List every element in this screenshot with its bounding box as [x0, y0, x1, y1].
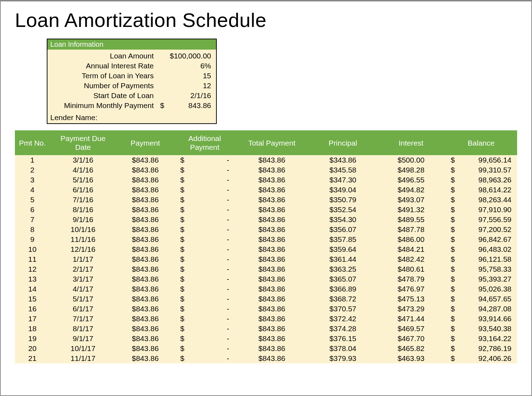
currency-symbol: $ — [449, 255, 455, 264]
cell-interest: $467.70 — [377, 334, 445, 344]
cell-payment: $843.86 — [116, 274, 175, 284]
cell-balance-split: $95,026.38 — [449, 285, 514, 293]
cell-balance: $98,963.26 — [445, 175, 517, 185]
currency-value: 843.86 — [188, 101, 211, 110]
lender-name-row: Lender Name: — [47, 112, 216, 123]
loan-info-value: 15 — [160, 72, 213, 80]
cell-payment: $843.86 — [116, 155, 175, 165]
cell-principal: $370.57 — [309, 304, 377, 314]
currency-symbol: $ — [178, 186, 185, 194]
cell-due-date: 4/1/16 — [50, 165, 116, 175]
currency-symbol: $ — [449, 295, 455, 303]
table-row: 24/1/16$843.86$-$843.86$345.58$498.28$99… — [15, 165, 517, 175]
cell-principal: $345.58 — [309, 165, 377, 175]
loan-info-row: Minimum Monthly Payment$843.86 — [47, 101, 216, 111]
cell-interest: $476.97 — [377, 284, 445, 294]
currency-symbol: $ — [178, 166, 185, 174]
cell-additional-split: $- — [178, 235, 231, 244]
cell-balance: $96,483.02 — [445, 244, 517, 254]
cell-principal: $379.93 — [309, 353, 377, 363]
cell-pmt-no: 16 — [15, 304, 50, 314]
cell-principal: $374.28 — [309, 324, 377, 334]
cell-additional-split: $- — [178, 334, 231, 343]
currency-value: 96,842.67 — [479, 235, 514, 244]
currency-value: - — [227, 285, 231, 293]
cell-additional-split: $- — [178, 344, 231, 353]
cell-interest: $500.00 — [377, 155, 445, 165]
cell-pmt-no: 5 — [15, 195, 50, 205]
currency-symbol: $ — [449, 245, 455, 254]
cell-due-date: 5/1/16 — [50, 175, 116, 185]
currency-symbol: $ — [178, 265, 185, 273]
currency-value: 98,963.26 — [479, 176, 514, 184]
cell-due-date: 5/1/17 — [50, 294, 116, 304]
table-row: 122/1/17$843.86$-$843.86$363.25$480.61$9… — [15, 264, 517, 274]
cell-total: $843.86 — [235, 334, 309, 344]
currency-value: 92,406.26 — [479, 354, 514, 363]
cell-additional: $- — [175, 195, 235, 205]
loan-info-value: 2/1/16 — [160, 91, 213, 100]
cell-balance-split: $98,263.44 — [449, 196, 514, 204]
cell-additional-split: $- — [178, 245, 231, 254]
cell-additional-split: $- — [178, 156, 231, 164]
cell-pmt-no: 8 — [15, 225, 50, 234]
cell-additional-split: $- — [178, 166, 231, 174]
cell-additional: $- — [175, 254, 235, 264]
currency-symbol: $ — [160, 101, 164, 110]
loan-info-row: Term of Loan in Years15 — [47, 71, 216, 81]
currency-value: - — [227, 215, 231, 224]
cell-additional: $- — [175, 205, 235, 215]
currency-symbol: $ — [449, 334, 455, 343]
cell-payment: $843.86 — [116, 294, 175, 304]
loan-info-body: Loan Amount$100,000.00Annual Interest Ra… — [47, 50, 216, 112]
currency-symbol: $ — [178, 255, 185, 264]
cell-interest: $482.42 — [377, 254, 445, 264]
cell-total: $843.86 — [235, 294, 309, 304]
currency-symbol: $ — [449, 344, 455, 353]
cell-balance: $98,614.22 — [445, 185, 517, 195]
cell-balance-split: $96,121.58 — [449, 255, 514, 264]
cell-payment: $843.86 — [116, 185, 175, 195]
cell-balance-split: $99,310.57 — [449, 166, 514, 174]
cell-balance: $97,556.59 — [445, 215, 517, 225]
table-row: 2111/1/17$843.86$-$843.86$379.93$463.93$… — [15, 353, 517, 363]
cell-pmt-no: 6 — [15, 205, 50, 215]
cell-balance: $98,263.44 — [445, 195, 517, 205]
currency-symbol: $ — [449, 176, 455, 184]
currency-symbol: $ — [178, 245, 185, 254]
cell-balance-split: $97,200.52 — [449, 225, 514, 234]
cell-balance-split: $93,164.22 — [449, 334, 514, 343]
cell-interest: $484.21 — [377, 244, 445, 254]
col-header-additional: Additional Payment — [175, 130, 235, 155]
cell-pmt-no: 9 — [15, 234, 50, 244]
cell-balance-split: $98,614.22 — [449, 186, 514, 194]
table-row: 35/1/16$843.86$-$843.86$347.30$496.55$98… — [15, 175, 517, 185]
currency-value: 96,121.58 — [479, 255, 514, 264]
cell-interest: $486.00 — [377, 234, 445, 244]
cell-total: $843.86 — [235, 165, 309, 175]
cell-balance-split: $95,758.33 — [449, 265, 514, 273]
loan-info-label: Minimum Monthly Payment — [50, 101, 160, 110]
cell-additional-split: $- — [178, 305, 231, 313]
cell-additional: $- — [175, 215, 235, 225]
currency-symbol: $ — [178, 205, 185, 214]
cell-additional-split: $- — [178, 315, 231, 323]
cell-payment: $843.86 — [116, 304, 175, 314]
cell-total: $843.86 — [235, 244, 309, 254]
cell-additional: $- — [175, 244, 235, 254]
loan-info-row: Loan Amount$100,000.00 — [47, 51, 216, 61]
currency-value: - — [227, 324, 231, 333]
cell-total: $843.86 — [235, 205, 309, 215]
cell-principal: $363.25 — [309, 264, 377, 274]
currency-symbol: $ — [178, 334, 185, 343]
cell-due-date: 9/1/16 — [50, 215, 116, 225]
cell-balance-split: $97,556.59 — [449, 215, 514, 224]
currency-value: - — [227, 205, 231, 214]
cell-principal: $357.85 — [309, 234, 377, 244]
cell-balance-split: $94,287.08 — [449, 305, 514, 313]
cell-additional-split: $- — [178, 215, 231, 224]
cell-principal: $359.64 — [309, 244, 377, 254]
currency-value: 93,914.66 — [479, 315, 514, 323]
currency-value: - — [227, 156, 231, 164]
cell-due-date: 6/1/17 — [50, 304, 116, 314]
